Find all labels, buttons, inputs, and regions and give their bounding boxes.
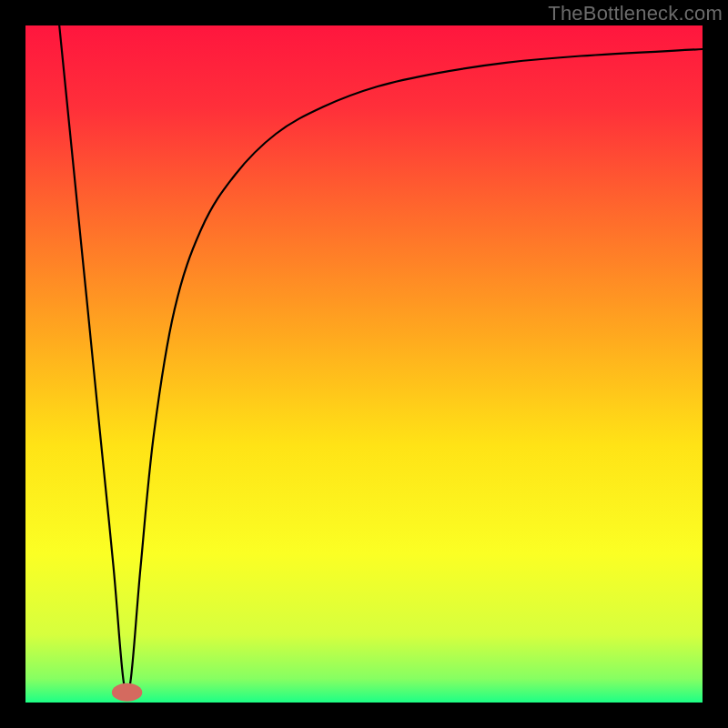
curve-layer — [25, 25, 703, 703]
min-marker — [112, 683, 142, 702]
watermark-text: TheBottleneck.com — [548, 2, 723, 25]
bottleneck-curve — [59, 25, 703, 698]
chart-frame: TheBottleneck.com — [0, 0, 728, 728]
